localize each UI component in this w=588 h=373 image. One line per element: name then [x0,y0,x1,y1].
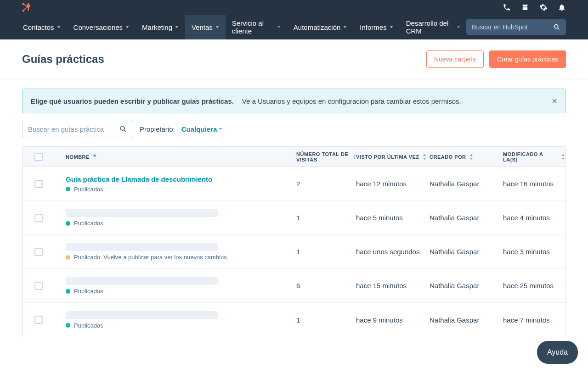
status-badge: Publicados [66,220,287,227]
search-icon [553,23,560,31]
hubspot-logo[interactable] [21,2,31,13]
status-badge: Publicados [66,186,287,193]
search-icon [119,125,127,133]
global-search-input[interactable] [472,23,553,31]
table-row: Guía práctica de Llamada de descubrimien… [23,167,565,201]
status-text: Publicados [74,288,103,295]
table-row: Publicados6hace 15 minutosNathalia Gaspa… [23,269,565,303]
last-seen-cell: hace 15 minutos [356,282,430,289]
column-header-creator[interactable]: CREADO POR [430,154,503,160]
creator-cell: Nathalia Gaspar [430,316,503,324]
visits-cell: 6 [296,282,356,289]
playbook-search-input[interactable] [28,125,119,133]
svg-line-3 [24,5,27,6]
nav-item[interactable]: Ventas [185,15,226,39]
chevron-down-icon [343,25,347,29]
banner-title: Elige qué usuarios pueden escribir y pub… [31,97,234,105]
table-row: Publicados1hace 9 minutosNathalia Gaspar… [23,303,565,337]
status-dot-icon [66,187,70,191]
row-checkbox[interactable] [34,316,43,324]
svg-line-9 [558,28,559,29]
status-badge: Publicado. Vuelve a publicar para ver lo… [66,254,287,261]
modified-cell: hace 3 minutos [503,248,565,256]
playbook-name-placeholder [66,311,218,319]
row-checkbox[interactable] [34,180,43,188]
status-text: Publicados [74,220,103,227]
owner-filter-value: Cualquiera [181,125,217,133]
visits-cell: 1 [296,214,356,222]
row-checkbox[interactable] [34,214,43,222]
status-dot-icon [66,221,70,226]
modified-cell: hace 4 minutos [503,214,565,222]
nav-item[interactable]: Desarrollo del CRM [400,11,466,43]
sort-icon [353,154,356,160]
table-row: Publicado. Vuelve a publicar para ver lo… [23,235,565,269]
playbook-name-placeholder [66,243,218,251]
playbook-name-placeholder [66,209,218,217]
sort-icon [469,154,474,160]
playbook-search[interactable] [22,120,133,138]
row-checkbox[interactable] [34,282,43,290]
column-header-visits[interactable]: NÚMERO TOTAL DE VISITAS [296,151,356,162]
main-nav: ContactosConversacionesMarketingVentasSe… [0,15,588,39]
nav-item[interactable]: Conversaciones [67,15,136,39]
sort-icon [422,154,427,160]
last-seen-cell: hace 9 minutos [356,316,430,324]
chevron-down-icon [215,25,219,29]
chevron-down-icon [457,25,460,29]
status-dot-icon [66,255,70,260]
status-dot-icon [66,323,70,328]
chevron-down-icon [57,25,61,29]
permissions-banner: Elige qué usuarios pueden escribir y pub… [22,89,566,113]
column-header-last-seen[interactable]: VISTO POR ÚLTIMA VEZ [356,154,430,160]
playbook-name-placeholder [66,277,218,285]
calling-icon[interactable] [503,3,511,11]
gear-icon[interactable] [539,3,548,11]
status-badge: Publicados [66,322,287,329]
owner-filter[interactable]: Cualquiera [181,125,223,133]
marketplace-icon[interactable] [521,3,529,11]
nav-item[interactable]: Automatización [287,15,354,39]
status-badge: Publicados [66,288,287,295]
nav-item[interactable]: Contactos [17,15,67,39]
nav-item-label: Ventas [192,23,213,31]
nav-item[interactable]: Informes [353,15,399,39]
visits-cell: 1 [296,248,356,256]
sort-icon [561,154,565,160]
nav-item[interactable]: Marketing [136,15,185,39]
last-seen-cell: hace unos segundos [356,248,430,256]
nav-item-label: Servicio al cliente [232,19,275,35]
svg-line-11 [124,130,126,132]
nav-item-label: Marketing [142,23,172,31]
nav-item-label: Desarrollo del CRM [406,19,454,35]
modified-cell: hace 25 minutos [503,282,565,289]
visits-cell: 2 [296,180,356,188]
global-search[interactable] [466,19,566,35]
svg-point-10 [120,126,124,130]
table-row: Publicados1hace 5 minutosNathalia Gaspar… [23,201,565,235]
close-icon[interactable]: × [552,96,557,106]
nav-item-label: Informes [360,23,386,31]
select-all-checkbox[interactable] [34,153,43,161]
chevron-down-icon [219,127,222,131]
new-folder-button[interactable]: Nueva carpeta [426,50,484,68]
help-button[interactable]: Ayuda [537,341,578,346]
svg-line-4 [24,7,27,10]
chevron-down-icon [277,25,280,29]
nav-item[interactable]: Servicio al cliente [226,11,287,43]
column-header-name[interactable]: NOMBRE [55,154,296,160]
row-checkbox[interactable] [34,248,43,256]
column-header-modified[interactable]: MODIFICADO A LA(S) [503,151,565,162]
page-header: Guías prácticas Nueva carpeta Crear guía… [0,39,588,79]
bell-icon[interactable] [558,3,566,11]
chevron-down-icon [125,25,129,29]
modified-cell: hace 7 minutos [503,316,565,324]
status-text: Publicado. Vuelve a publicar para ver lo… [74,254,228,261]
top-nav: ContactosConversacionesMarketingVentasSe… [0,0,588,39]
create-playbook-button[interactable]: Crear guías prácticas [489,50,566,68]
nav-item-label: Contactos [23,23,54,31]
nav-item-label: Automatización [294,23,341,31]
chevron-down-icon [175,25,179,29]
playbook-name-link[interactable]: Guía práctica de Llamada de descubrimien… [66,175,287,183]
creator-cell: Nathalia Gaspar [430,282,503,289]
